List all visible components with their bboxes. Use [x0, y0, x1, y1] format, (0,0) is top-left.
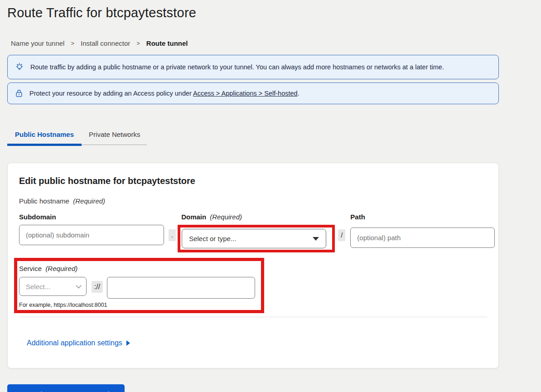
domain-select-value: Select or type... [189, 235, 236, 242]
domain-label: Domain [181, 213, 206, 221]
page-title: Route Traffic for btcpayteststore [7, 5, 541, 20]
breadcrumb-separator: > [136, 40, 140, 47]
access-banner-text-after: . [298, 90, 299, 97]
access-banner-text: Protect your resource by adding an Acces… [29, 90, 299, 97]
card-heading: Edit public hostname for btcpayteststore [19, 176, 487, 186]
subdomain-input[interactable] [19, 225, 164, 245]
breadcrumb-step-name-tunnel[interactable]: Name your tunnel [11, 39, 64, 47]
service-helper-text: For example, https://localhost:8001 [19, 302, 255, 308]
scheme-separator: :// [92, 281, 103, 293]
chevron-right-icon [126, 340, 130, 346]
service-annotation-box: Service (Required) Select... :// For exa… [14, 258, 264, 313]
lightbulb-icon [15, 62, 24, 72]
breadcrumb-separator: > [71, 40, 74, 47]
service-url-input[interactable] [107, 277, 255, 299]
path-field: Path [350, 213, 495, 248]
chevron-down-icon [313, 237, 319, 241]
chevron-down-icon [76, 283, 82, 289]
public-hostname-label: Public hostname [19, 197, 69, 205]
service-type-select-value: Select... [26, 283, 50, 290]
access-applications-link[interactable]: Access > Applications > Self-hosted [193, 90, 298, 97]
service-fields-row: Select... :// [19, 277, 255, 299]
access-banner-text-before: Protect your resource by adding an Acces… [29, 90, 193, 97]
edit-public-hostname-card: Edit public hostname for btcpayteststore… [7, 163, 499, 368]
hostname-tabs: Public Hostnames Private Networks [7, 130, 147, 145]
section-divider [19, 317, 487, 317]
tab-private-networks[interactable]: Private Networks [82, 130, 147, 145]
subdomain-field: Subdomain [19, 213, 164, 245]
service-label-text: Service [19, 265, 42, 272]
additional-settings-label: Additional application settings [27, 339, 122, 347]
lock-icon [15, 89, 23, 98]
route-traffic-page: Route Traffic for btcpayteststore Name y… [0, 0, 541, 392]
service-required: (Required) [45, 265, 77, 272]
domain-required: (Required) [210, 213, 242, 221]
breadcrumb: Name your tunnel > Install connector > R… [11, 39, 541, 47]
path-input[interactable] [350, 227, 495, 248]
slash-separator: / [338, 229, 345, 241]
tab-public-hostnames[interactable]: Public Hostnames [7, 130, 82, 145]
domain-select[interactable]: Select or type... [182, 229, 326, 248]
dot-separator: . [169, 229, 176, 241]
public-hostname-group-label: Public hostname (Required) [19, 197, 487, 205]
access-policy-banner: Protect your resource by adding an Acces… [7, 82, 499, 104]
hostname-fields-row: Subdomain . Domain (Required) Select or … [19, 213, 487, 252]
subdomain-label: Subdomain [19, 213, 164, 221]
domain-field: Domain (Required) Select or type... [178, 213, 335, 252]
additional-settings-toggle[interactable]: Additional application settings [27, 339, 130, 347]
service-type-select[interactable]: Select... [19, 277, 87, 296]
tip-banner: Route traffic by adding a public hostnam… [7, 55, 499, 79]
tip-banner-text: Route traffic by adding a public hostnam… [30, 63, 444, 71]
domain-annotation-box: Select or type... [178, 225, 335, 252]
public-hostname-required: (Required) [73, 197, 105, 205]
breadcrumb-step-route-tunnel: Route tunnel [146, 39, 188, 47]
service-label: Service (Required) [19, 265, 255, 272]
breadcrumb-step-install-connector[interactable]: Install connector [81, 39, 130, 47]
path-label: Path [350, 213, 495, 221]
save-tunnel-button[interactable]: Save btcpayteststore tunnel [7, 384, 125, 392]
